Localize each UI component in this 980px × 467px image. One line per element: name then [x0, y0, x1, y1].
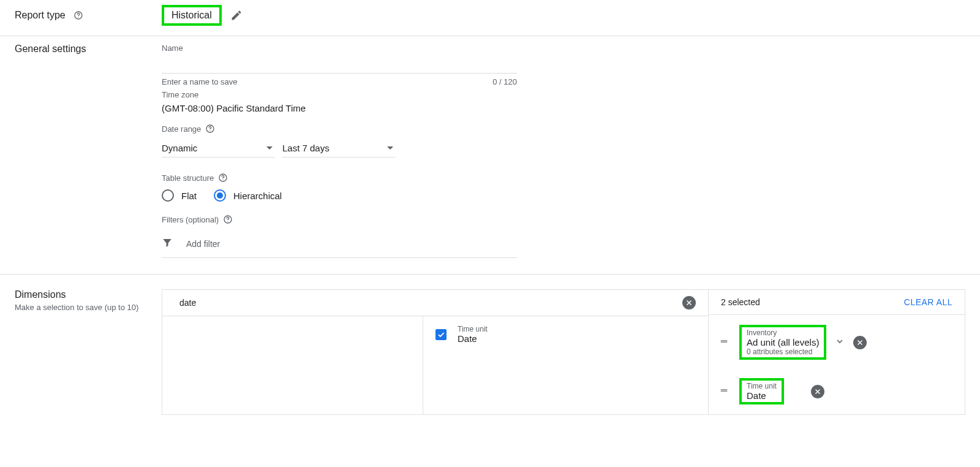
- report-type-value-highlight: Historical: [162, 5, 222, 26]
- selected-value: Ad unit (all levels): [747, 337, 819, 347]
- svg-rect-9: [721, 341, 728, 342]
- svg-rect-11: [721, 390, 728, 391]
- remove-icon[interactable]: [853, 336, 867, 349]
- help-icon[interactable]: [217, 172, 228, 183]
- selected-category: Time unit: [747, 382, 777, 390]
- result-category: Time unit: [458, 325, 488, 333]
- chevron-down-icon: [387, 146, 393, 150]
- svg-point-1: [78, 17, 78, 18]
- filters-label: Filters (optional): [162, 215, 219, 224]
- drag-handle-icon[interactable]: [720, 386, 731, 397]
- drag-handle-icon[interactable]: [720, 337, 731, 348]
- chevron-down-icon[interactable]: [835, 336, 845, 348]
- name-label: Name: [162, 44, 517, 53]
- date-range-label: Date range: [162, 124, 201, 134]
- svg-point-5: [223, 180, 224, 180]
- selected-sub: 0 attributes selected: [747, 347, 819, 356]
- radio-icon: [162, 189, 174, 202]
- name-helper-text: Enter a name to save: [162, 77, 238, 86]
- general-settings-section: General settings Name Enter a name to sa…: [0, 36, 980, 275]
- radio-icon-checked: [214, 189, 226, 202]
- radio-hierarchical[interactable]: Hierarchical: [214, 189, 282, 202]
- timezone-value: (GMT-08:00) Pacific Standard Time: [162, 103, 517, 113]
- selected-dimension-item: Time unit Date: [716, 374, 957, 408]
- chevron-down-icon: [266, 146, 273, 150]
- name-input[interactable]: [162, 53, 517, 74]
- help-icon[interactable]: [73, 10, 84, 21]
- dimensions-selected-panel: 2 selected CLEAR ALL Inventory Ad unit (…: [708, 289, 965, 415]
- radio-hierarchical-label: Hierarchical: [233, 191, 282, 201]
- selected-value: Date: [747, 390, 777, 401]
- date-range-value-select[interactable]: Last 7 days: [282, 139, 396, 158]
- add-filter-label: Add filter: [186, 239, 220, 249]
- search-result-item[interactable]: Time unit Date: [435, 325, 696, 344]
- add-filter-button[interactable]: Add filter: [162, 230, 517, 258]
- table-structure-label: Table structure: [162, 173, 214, 183]
- date-range-type-select[interactable]: Dynamic: [162, 139, 275, 158]
- edit-icon[interactable]: [230, 9, 243, 21]
- general-settings-label: General settings: [15, 44, 86, 55]
- svg-rect-10: [721, 389, 728, 390]
- date-range-type-value: Dynamic: [162, 143, 197, 153]
- dimensions-search-panel: Time unit Date: [162, 289, 708, 415]
- report-type-label: Report type: [15, 10, 66, 21]
- remove-icon[interactable]: [811, 385, 824, 398]
- svg-point-3: [210, 131, 211, 131]
- radio-flat-label: Flat: [181, 191, 197, 201]
- dimensions-label: Dimensions: [15, 289, 162, 300]
- selected-category: Inventory: [747, 328, 819, 337]
- dimensions-sublabel: Make a selection to save (up to 10): [15, 303, 162, 312]
- report-type-section: Report type Historical: [0, 0, 980, 36]
- dimensions-search-input[interactable]: [179, 298, 682, 308]
- svg-rect-8: [721, 340, 728, 341]
- radio-flat[interactable]: Flat: [162, 189, 197, 202]
- selected-count: 2 selected: [721, 297, 760, 307]
- result-value: Date: [458, 333, 488, 344]
- svg-point-7: [228, 221, 228, 222]
- selected-highlight: Inventory Ad unit (all levels) 0 attribu…: [739, 325, 826, 360]
- clear-all-button[interactable]: CLEAR ALL: [904, 297, 952, 307]
- report-type-value: Historical: [172, 10, 212, 20]
- name-counter: 0 / 120: [492, 77, 517, 86]
- help-icon[interactable]: [205, 123, 216, 134]
- selected-highlight: Time unit Date: [739, 378, 784, 404]
- selected-dimension-item: Inventory Ad unit (all levels) 0 attribu…: [716, 321, 957, 363]
- clear-search-icon[interactable]: [682, 296, 696, 309]
- timezone-label: Time zone: [162, 90, 517, 99]
- checkbox-checked-icon[interactable]: [435, 329, 447, 340]
- dimensions-section: Dimensions Make a selection to save (up …: [0, 275, 980, 415]
- date-range-value: Last 7 days: [282, 143, 330, 153]
- search-category-column: [162, 316, 423, 414]
- help-icon[interactable]: [222, 214, 233, 225]
- filter-icon: [162, 237, 173, 250]
